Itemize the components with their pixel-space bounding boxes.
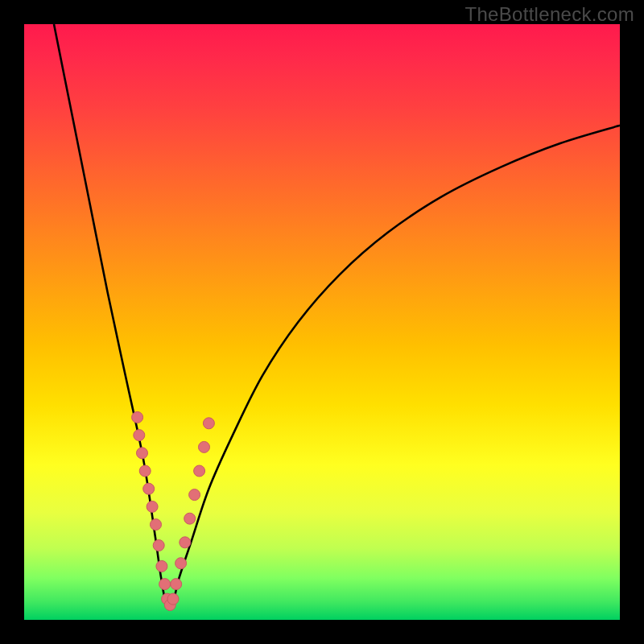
data-point [132, 411, 143, 423]
data-point [156, 560, 167, 572]
data-point [199, 441, 210, 452]
watermark-text: TheBottleneck.com [464, 3, 634, 26]
data-point [194, 465, 205, 477]
data-point [137, 448, 148, 459]
data-point [143, 483, 155, 494]
data-point [184, 513, 196, 524]
data-point [159, 579, 171, 590]
data-point [189, 489, 200, 501]
data-point [153, 540, 164, 551]
data-point [139, 465, 151, 477]
data-point [171, 579, 182, 590]
data-point [147, 501, 158, 512]
curve-svg [24, 24, 620, 620]
plot-area [24, 24, 620, 620]
data-point [203, 418, 214, 429]
chart-frame: TheBottleneck.com [0, 0, 644, 644]
bottleneck-curve-path [54, 24, 620, 609]
data-point [151, 519, 162, 530]
data-point [175, 558, 187, 569]
data-point [180, 537, 191, 548]
data-point [134, 430, 145, 441]
data-point [167, 593, 179, 605]
